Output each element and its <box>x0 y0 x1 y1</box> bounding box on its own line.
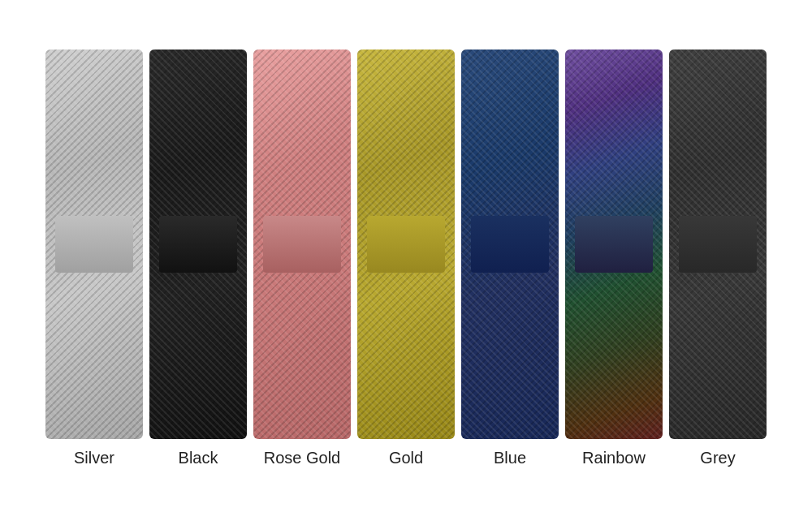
band-clasp-rosegold <box>263 216 341 273</box>
band-clasp-gold <box>367 216 445 273</box>
band-label-grey: Grey <box>700 449 735 467</box>
bands-container: SilverBlackRose GoldGoldBlueRainbowGrey <box>29 33 783 476</box>
band-item-gold[interactable]: Gold <box>357 50 455 467</box>
band-item-black[interactable]: Black <box>149 50 247 467</box>
band-item-silver[interactable]: Silver <box>45 50 143 467</box>
band-label-blue: Blue <box>494 449 526 467</box>
band-visual-black <box>149 50 247 439</box>
band-clasp-grey <box>679 216 757 273</box>
band-item-blue[interactable]: Blue <box>461 50 559 467</box>
band-clasp-blue <box>471 216 549 273</box>
band-item-rainbow[interactable]: Rainbow <box>565 50 663 467</box>
band-label-silver: Silver <box>74 449 114 467</box>
band-visual-rainbow <box>565 50 663 439</box>
band-item-rosegold[interactable]: Rose Gold <box>253 50 351 467</box>
band-clasp-black <box>159 216 237 273</box>
band-visual-rosegold <box>253 50 351 439</box>
band-item-grey[interactable]: Grey <box>669 50 767 467</box>
band-label-black: Black <box>179 449 218 467</box>
band-visual-gold <box>357 50 455 439</box>
band-visual-blue <box>461 50 559 439</box>
band-label-gold: Gold <box>389 449 423 467</box>
band-visual-silver <box>45 50 143 439</box>
band-clasp-silver <box>55 216 133 273</box>
band-label-rainbow: Rainbow <box>582 449 646 467</box>
band-clasp-rainbow <box>575 216 653 273</box>
band-visual-grey <box>669 50 767 439</box>
band-label-rosegold: Rose Gold <box>264 449 341 467</box>
